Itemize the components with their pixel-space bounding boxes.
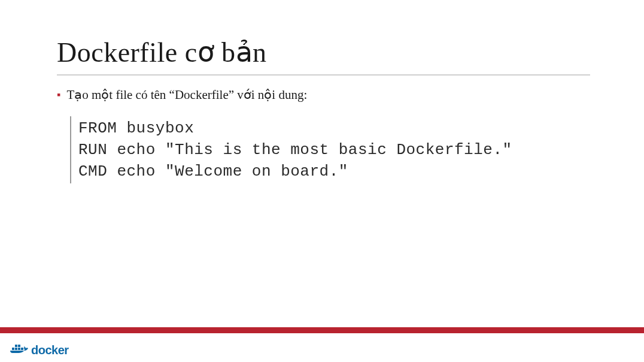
slide-title: Dockerfile cơ bản <box>57 36 590 76</box>
svg-rect-5 <box>21 348 23 350</box>
svg-rect-2 <box>18 348 20 350</box>
docker-logo: docker <box>8 342 69 358</box>
slide-content: Dockerfile cơ bản ▪ Tạo một file có tên … <box>0 0 644 183</box>
footer-accent-bar <box>0 327 644 333</box>
bullet-row: ▪ Tạo một file có tên “Dockerfile” với n… <box>57 86 590 103</box>
svg-rect-3 <box>15 345 17 347</box>
slide: Dockerfile cơ bản ▪ Tạo một file có tên … <box>0 0 644 362</box>
bullet-marker: ▪ <box>57 87 60 102</box>
bullet-text: Tạo một file có tên “Dockerfile” với nội… <box>66 86 307 103</box>
svg-rect-1 <box>15 348 17 350</box>
svg-rect-4 <box>18 345 20 347</box>
logo-text: docker <box>31 343 69 357</box>
code-block: FROM busybox RUN echo "This is the most … <box>70 116 590 183</box>
svg-rect-0 <box>12 348 14 350</box>
whale-icon <box>8 342 30 358</box>
